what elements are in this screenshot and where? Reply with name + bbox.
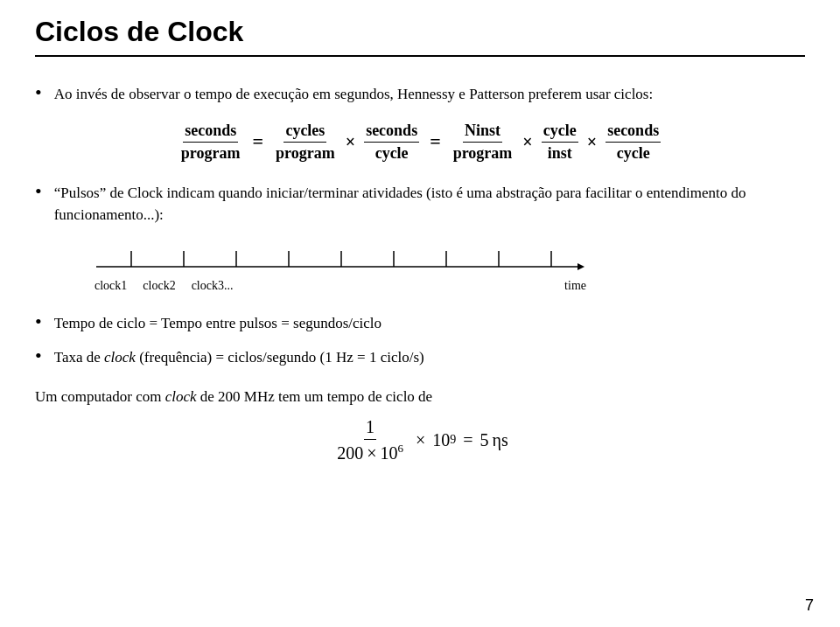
- taxa-text-2: (frequência) = ciclos/segundo (1 Hz = 1 …: [136, 349, 424, 366]
- time-label: time: [564, 279, 595, 293]
- final-text-block: Um computador com clock de 200 MHz tem u…: [35, 385, 805, 408]
- exp-final: 9: [450, 433, 456, 447]
- times3: ×: [587, 132, 597, 152]
- bullet-dot-4: •: [35, 345, 42, 367]
- tempo-bullet: • Tempo de ciclo = Tempo entre pulsos = …: [35, 312, 805, 335]
- bullet-dot-3: •: [35, 310, 42, 333]
- frac-final-den: 200 × 106: [335, 440, 405, 463]
- formula-block-1: seconds program = cycles program × secon…: [35, 122, 805, 163]
- times1: ×: [346, 132, 355, 152]
- pulse-svg: [88, 242, 612, 277]
- frac2-num: cycles: [284, 122, 326, 143]
- fraction-6: seconds cycle: [606, 122, 661, 163]
- eta-final: ηs: [493, 430, 508, 450]
- tempo-text: Tempo de ciclo = Tempo entre pulsos = se…: [54, 312, 382, 335]
- frac4-num: Ninst: [463, 122, 502, 143]
- page-container: Ciclos de Clock • Ao invés de observar o…: [0, 0, 840, 627]
- fraction-4: Ninst program: [452, 122, 514, 163]
- clock-diagram: clock1 clock2 clock3... time: [88, 242, 805, 293]
- bullet-dot-1: •: [35, 81, 42, 104]
- clock-labels: clock1 clock2 clock3... time: [88, 279, 595, 293]
- taxa-text-1: Taxa de: [54, 349, 104, 366]
- fraction-3: seconds cycle: [364, 122, 419, 163]
- frac3-den: cycle: [374, 143, 410, 163]
- final-text-2: de 200 MHz tem um tempo de ciclo de: [197, 388, 433, 405]
- frac-den-times: ×: [367, 442, 376, 462]
- frac3-num: seconds: [364, 122, 419, 143]
- times2: ×: [522, 132, 532, 152]
- bullet-dot-2: •: [35, 180, 42, 203]
- frac5-num: cycle: [542, 122, 578, 143]
- frac-final-num: 1: [364, 417, 376, 440]
- pulsos-text: “Pulsos” de Clock indicam quando iniciar…: [54, 182, 805, 226]
- svg-marker-1: [578, 263, 584, 270]
- eq-final: =: [463, 430, 472, 450]
- intro-text: Ao invés de observar o tempo de execução…: [54, 83, 654, 106]
- eq1: =: [253, 130, 264, 153]
- frac5-den: inst: [546, 143, 574, 163]
- frac6-den: cycle: [615, 143, 652, 163]
- frac-den-10: 10: [380, 442, 397, 462]
- final-italic: clock: [165, 388, 197, 405]
- intro-bullet: • Ao invés de observar o tempo de execuç…: [35, 83, 805, 106]
- fraction-1: seconds program: [179, 122, 242, 163]
- ten-base: 10: [432, 430, 450, 450]
- frac2-den: program: [274, 143, 337, 163]
- taxa-bullet: • Taxa de clock (frequência) = ciclos/se…: [35, 346, 805, 369]
- clock3-label: clock3...: [192, 279, 564, 293]
- fraction-5: cycle inst: [542, 122, 578, 163]
- eq2: =: [430, 130, 441, 153]
- page-title: Ciclos de Clock: [35, 16, 805, 48]
- fraction-final: 1 200 × 106: [335, 417, 405, 463]
- clock2-label: clock2: [143, 279, 175, 293]
- frac1-num: seconds: [183, 122, 238, 143]
- formula-block-2: 1 200 × 106 × 109 = 5 ηs: [35, 417, 805, 463]
- page-number: 7: [805, 596, 814, 615]
- clock1-label: clock1: [94, 279, 127, 293]
- result-final: 5: [480, 430, 489, 450]
- fraction-2: cycles program: [274, 122, 337, 163]
- frac-den-exp: 6: [397, 442, 403, 455]
- times-final: ×: [416, 430, 425, 450]
- frac-den-base: 200: [337, 442, 363, 462]
- pulsos-bullet: • “Pulsos” de Clock indicam quando inici…: [35, 182, 805, 226]
- title-bar: Ciclos de Clock: [35, 0, 805, 57]
- taxa-italic: clock: [104, 349, 136, 366]
- pulse-line-container: [88, 242, 612, 277]
- frac6-num: seconds: [606, 122, 661, 143]
- frac1-den: program: [179, 143, 242, 163]
- frac4-den: program: [452, 143, 514, 163]
- final-text-1: Um computador com: [35, 388, 165, 405]
- taxa-text: Taxa de clock (frequência) = ciclos/segu…: [54, 346, 424, 369]
